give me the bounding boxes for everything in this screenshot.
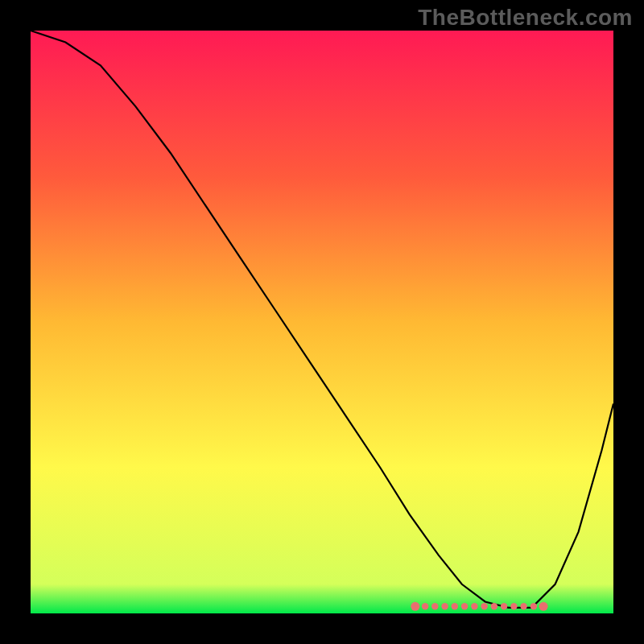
svg-point-12 [530,603,537,609]
svg-point-6 [471,603,477,609]
watermark-text: TheBottleneck.com [418,5,633,31]
svg-point-0 [411,602,419,611]
svg-point-2 [431,603,438,609]
svg-point-5 [461,603,468,609]
svg-point-4 [452,603,458,609]
svg-point-10 [510,603,517,609]
svg-point-13 [539,602,548,611]
svg-point-3 [441,603,448,609]
plot-background [31,31,613,613]
svg-point-8 [491,603,497,609]
svg-point-11 [520,603,526,609]
chart-container: TheBottleneck.com [0,0,644,644]
svg-point-7 [481,603,487,609]
bottleneck-chart [0,0,644,644]
svg-point-9 [501,603,507,609]
svg-point-1 [422,603,428,609]
